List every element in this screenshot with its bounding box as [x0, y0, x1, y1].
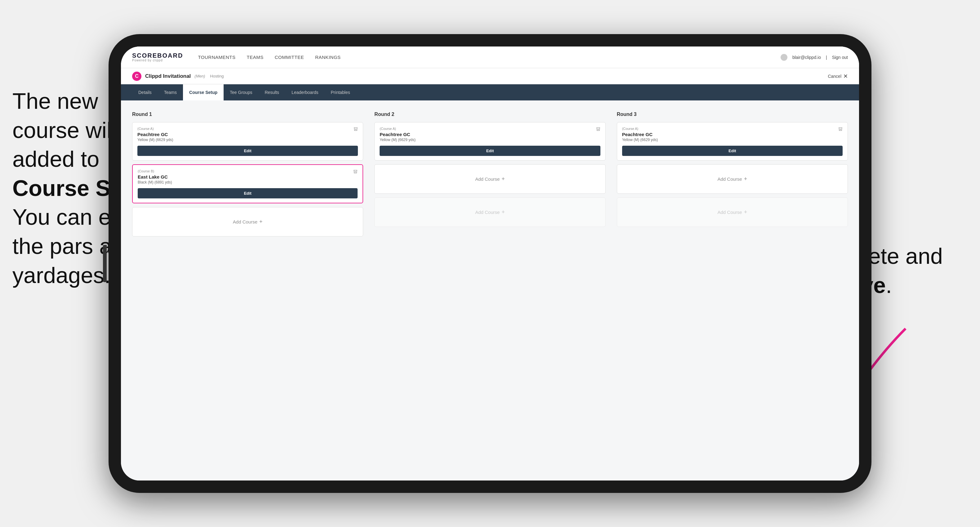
separator: | — [826, 55, 827, 60]
round2-add-course-card-1[interactable]: Add Course + — [374, 164, 605, 194]
tab-leaderboards[interactable]: Leaderboards — [285, 84, 325, 100]
tournament-status: Hosting — [210, 74, 224, 78]
round3-add-course-text-2: Add Course — [718, 210, 742, 215]
round2-course-a-edit-button[interactable]: Edit — [380, 146, 600, 156]
round-3-column: Round 3 (Course A) Peachtree GC Yellow (… — [617, 112, 848, 240]
round2-add-course-plus-icon-1: + — [501, 176, 505, 182]
rounds-grid: Round 1 (Course A) Peachtree GC Yellow (… — [132, 112, 848, 240]
sign-out-link[interactable]: Sign out — [832, 55, 848, 60]
nav-tournaments[interactable]: TOURNAMENTS — [198, 53, 235, 61]
round-2-label: Round 2 — [374, 112, 605, 117]
round3-course-a-edit-button[interactable]: Edit — [622, 146, 843, 156]
round1-add-course-card[interactable]: Add Course + — [132, 207, 363, 237]
round2-course-a-detail: Yellow (M) (6629 yds) — [380, 138, 600, 142]
round3-add-course-card-1[interactable]: Add Course + — [617, 164, 848, 194]
round3-course-a-name: Peachtree GC — [622, 132, 843, 137]
tournament-name: Clippd Invitational — [145, 73, 191, 79]
tab-results[interactable]: Results — [258, 84, 285, 100]
tournament-logo: C — [132, 71, 142, 81]
tournament-badge: (Men) — [194, 74, 205, 78]
tab-details[interactable]: Details — [132, 84, 158, 100]
round1-add-course-plus-icon: + — [259, 219, 262, 225]
round1-course-a-card: (Course A) Peachtree GC Yellow (M) (6629… — [132, 122, 363, 160]
main-content: Round 1 (Course A) Peachtree GC Yellow (… — [121, 100, 859, 481]
tab-tee-groups[interactable]: Tee Groups — [224, 84, 258, 100]
tablet-screen: SCOREBOARD Powered by clippd TOURNAMENTS… — [121, 46, 859, 481]
brand: SCOREBOARD Powered by clippd — [132, 52, 183, 62]
round1-course-b-tag: (Course B) — [138, 169, 358, 173]
round2-add-course-plus-icon-2: + — [501, 209, 505, 216]
round3-add-course-card-2: Add Course + — [617, 197, 848, 227]
brand-sub: Powered by clippd — [132, 59, 183, 62]
round1-course-a-name: Peachtree GC — [137, 132, 358, 137]
round2-add-course-card-2: Add Course + — [374, 197, 605, 227]
round1-course-b-delete-icon[interactable] — [352, 168, 359, 175]
round3-course-a-delete-icon[interactable] — [837, 125, 844, 132]
user-email: blair@clippd.io — [792, 55, 821, 60]
cancel-button[interactable]: Cancel ✕ — [828, 73, 848, 80]
round2-course-a-tag: (Course A) — [380, 127, 600, 130]
round2-add-course-text-1: Add Course — [475, 176, 500, 182]
round1-course-a-detail: Yellow (M) (6629 yds) — [137, 138, 358, 142]
nav-teams[interactable]: TEAMS — [247, 53, 264, 61]
round3-add-course-plus-icon-1: + — [744, 176, 748, 182]
round3-course-a-tag: (Course A) — [622, 127, 843, 130]
round3-course-a-detail: Yellow (M) (6629 yds) — [622, 138, 843, 142]
round1-course-b-edit-button[interactable]: Edit — [138, 188, 358, 198]
round1-course-b-card: (Course B) East Lake GC Black (M) (6891 … — [132, 164, 363, 203]
round-2-column: Round 2 (Course A) Peachtree GC Yellow (… — [374, 112, 605, 240]
round2-add-course-text-2: Add Course — [475, 210, 500, 215]
tab-teams[interactable]: Teams — [158, 84, 183, 100]
round3-add-course-plus-icon-2: + — [744, 209, 748, 216]
round2-course-a-card: (Course A) Peachtree GC Yellow (M) (6629… — [374, 122, 605, 160]
round-1-column: Round 1 (Course A) Peachtree GC Yellow (… — [132, 112, 363, 240]
nav-right: blair@clippd.io | Sign out — [781, 54, 848, 61]
round3-course-a-card: (Course A) Peachtree GC Yellow (M) (6629… — [617, 122, 848, 160]
round-1-label: Round 1 — [132, 112, 363, 117]
round3-add-course-text-1: Add Course — [718, 176, 742, 182]
round2-course-a-delete-icon[interactable] — [595, 125, 601, 132]
tab-printables[interactable]: Printables — [325, 84, 356, 100]
round1-course-b-detail: Black (M) (6891 yds) — [138, 180, 358, 184]
tablet-shell: SCOREBOARD Powered by clippd TOURNAMENTS… — [108, 34, 872, 493]
round-3-label: Round 3 — [617, 112, 848, 117]
nav-links: TOURNAMENTS TEAMS COMMITTEE RANKINGS — [198, 53, 780, 61]
tab-bar: Details Teams Course Setup Tee Groups Re… — [121, 84, 859, 100]
user-avatar — [781, 54, 788, 61]
tab-course-setup[interactable]: Course Setup — [183, 84, 224, 100]
top-nav: SCOREBOARD Powered by clippd TOURNAMENTS… — [121, 46, 859, 68]
round1-add-course-text: Add Course — [233, 219, 258, 224]
round2-course-a-name: Peachtree GC — [380, 132, 600, 137]
tournament-bar: C Clippd Invitational (Men) Hosting Canc… — [121, 68, 859, 84]
nav-rankings[interactable]: RANKINGS — [315, 53, 340, 61]
nav-committee[interactable]: COMMITTEE — [275, 53, 304, 61]
brand-title: SCOREBOARD — [132, 52, 183, 59]
round1-course-b-name: East Lake GC — [138, 174, 358, 179]
round1-course-a-edit-button[interactable]: Edit — [137, 146, 358, 156]
round1-course-a-delete-icon[interactable] — [352, 125, 359, 132]
round1-course-a-tag: (Course A) — [137, 127, 358, 130]
